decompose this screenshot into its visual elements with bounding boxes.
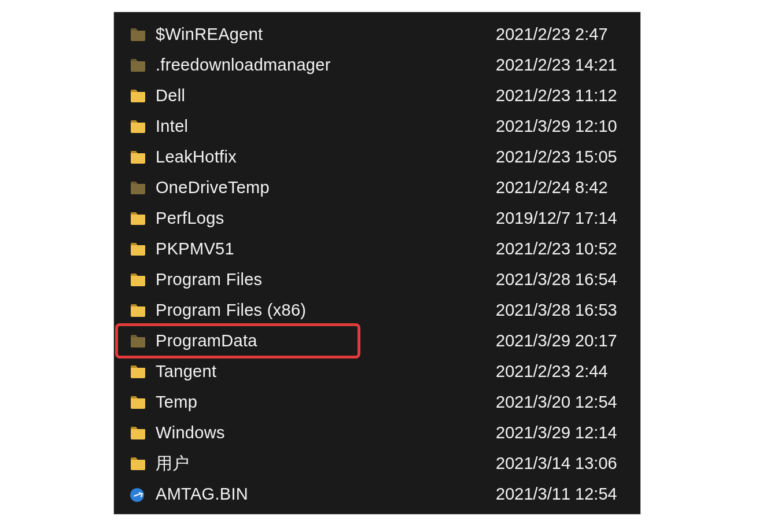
item-date: 2021/3/20 12:54: [496, 387, 635, 418]
item-date: 2021/2/23 14:21: [496, 50, 635, 80]
item-name: Intel: [156, 111, 467, 142]
list-item[interactable]: $WinREAgent2021/2/23 2:47: [114, 19, 640, 50]
list-item[interactable]: LeakHotfix2021/2/23 15:05: [114, 142, 640, 172]
item-name: ProgramData: [156, 326, 467, 356]
item-date: 2021/3/29 12:10: [496, 111, 635, 142]
item-name: OneDriveTemp: [156, 172, 467, 203]
folder-icon: [130, 243, 145, 256]
item-name: 用户: [156, 448, 467, 479]
list-item[interactable]: Windows2021/3/29 12:14: [114, 418, 640, 448]
item-date: 2021/3/28 16:53: [496, 295, 635, 326]
folder-icon: [130, 335, 145, 348]
file-explorer-pane: $WinREAgent2021/2/23 2:47.freedownloadma…: [113, 12, 641, 515]
folder-icon: [130, 396, 145, 409]
folder-icon: [130, 120, 145, 133]
folder-icon: [130, 304, 145, 317]
folder-icon: [130, 274, 145, 286]
file-list: $WinREAgent2021/2/23 2:47.freedownloadma…: [114, 19, 640, 514]
item-name: $WinREAgent: [156, 19, 467, 50]
folder-icon: [130, 151, 145, 164]
list-item[interactable]: ProgramData2021/3/29 20:17: [114, 326, 640, 356]
item-date: 2021/3/28 16:54: [496, 264, 635, 295]
list-item[interactable]: Dell2021/2/23 11:12: [114, 80, 640, 111]
item-name: Program Files: [156, 264, 467, 295]
item-date: 2021/2/23 2:44: [496, 356, 635, 387]
item-date: 2021/3/29 12:14: [496, 418, 635, 448]
item-date: 2021/3/14 13:06: [496, 448, 635, 479]
item-date: 2021/2/23 11:12: [496, 80, 635, 111]
item-date: 2021/2/23 10:52: [496, 234, 635, 264]
item-name: Windows: [156, 418, 467, 448]
item-name: .freedownloadmanager: [156, 50, 467, 80]
list-item[interactable]: PKPMV512021/2/23 10:52: [114, 234, 640, 264]
list-item[interactable]: Intel2021/3/29 12:10: [114, 111, 640, 142]
list-item[interactable]: Temp2021/3/20 12:54: [114, 387, 640, 418]
item-date: 2021/3/11 12:54: [496, 479, 635, 509]
item-date: 2021/2/23 15:05: [496, 142, 635, 172]
list-item[interactable]: OneDriveTemp2021/2/24 8:42: [114, 172, 640, 203]
list-item[interactable]: .freedownloadmanager2021/2/23 14:21: [114, 50, 640, 80]
item-date: 2021/3/29 20:17: [496, 326, 635, 356]
item-date: 2019/12/7 17:14: [496, 203, 635, 234]
item-date: 2021/2/23 2:47: [496, 19, 635, 50]
item-name: AMTAG.BIN: [156, 479, 467, 509]
item-name: PerfLogs: [156, 203, 467, 234]
folder-icon: [130, 182, 145, 194]
folder-icon: [130, 28, 145, 41]
list-item[interactable]: PerfLogs2019/12/7 17:14: [114, 203, 640, 234]
file-icon: [130, 488, 145, 501]
list-item[interactable]: Tangent2021/2/23 2:44: [114, 356, 640, 387]
item-name: Dell: [156, 80, 467, 111]
item-name: PKPMV51: [156, 234, 467, 264]
folder-icon: [130, 212, 145, 225]
item-name: Program Files (x86): [156, 295, 467, 326]
folder-icon: [130, 59, 145, 72]
list-item[interactable]: 用户2021/3/14 13:06: [114, 448, 640, 479]
folder-icon: [130, 365, 145, 378]
folder-icon: [130, 90, 145, 102]
folder-icon: [130, 457, 145, 470]
item-name: Temp: [156, 387, 467, 418]
list-item[interactable]: AMTAG.BIN2021/3/11 12:54: [114, 479, 640, 509]
list-item[interactable]: Program Files (x86)2021/3/28 16:53: [114, 295, 640, 326]
item-name: LeakHotfix: [156, 142, 467, 172]
item-name: Tangent: [156, 356, 467, 387]
item-date: 2021/2/24 8:42: [496, 172, 635, 203]
list-item[interactable]: Program Files2021/3/28 16:54: [114, 264, 640, 295]
folder-icon: [130, 427, 145, 439]
